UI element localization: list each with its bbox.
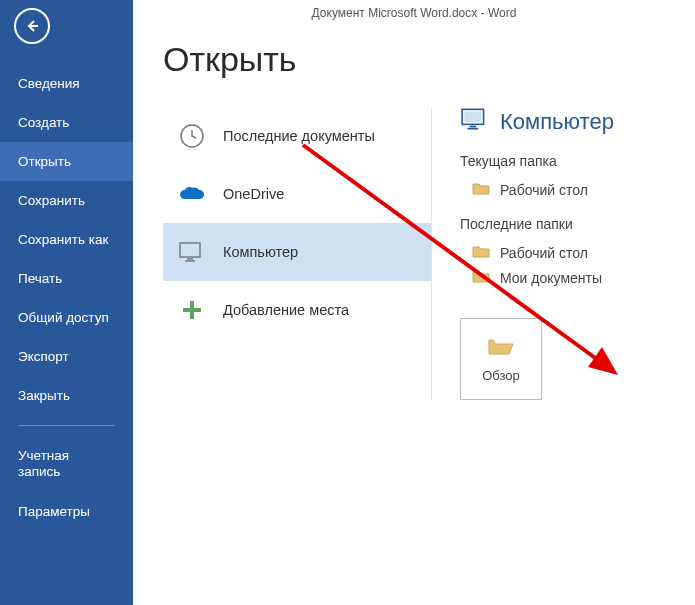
nav-info[interactable]: Сведения	[0, 64, 133, 103]
nav-save[interactable]: Сохранить	[0, 181, 133, 220]
nav-new[interactable]: Создать	[0, 103, 133, 142]
source-list: Последние документы OneDrive Компьютер Д…	[163, 107, 431, 400]
current-folder[interactable]: Рабочий стол	[460, 177, 665, 202]
location-pane: Компьютер Текущая папка Рабочий стол Пос…	[431, 107, 665, 400]
recent-folder-1-name: Мои документы	[500, 270, 602, 286]
svg-rect-6	[464, 112, 481, 123]
nav-open[interactable]: Открыть	[0, 142, 133, 181]
svg-rect-4	[183, 308, 201, 312]
folder-icon	[472, 269, 490, 286]
nav-export[interactable]: Экспорт	[0, 337, 133, 376]
browse-label: Обзор	[482, 368, 520, 383]
source-addplace[interactable]: Добавление места	[163, 281, 431, 339]
recent-folder-0-name: Рабочий стол	[500, 245, 588, 261]
arrow-left-icon	[24, 18, 40, 34]
backstage-sidebar: Сведения Создать Открыть Сохранить Сохра…	[0, 0, 133, 605]
folder-icon	[472, 244, 490, 261]
computer-icon	[460, 107, 490, 137]
folder-icon	[472, 181, 490, 198]
recent-folder-0[interactable]: Рабочий стол	[460, 240, 665, 265]
browse-button[interactable]: Обзор	[460, 318, 542, 400]
window-title: Документ Microsoft Word.docx - Word	[133, 0, 695, 26]
source-computer[interactable]: Компьютер	[163, 223, 431, 281]
current-folder-name: Рабочий стол	[500, 182, 588, 198]
source-recent[interactable]: Последние документы	[163, 107, 431, 165]
source-recent-label: Последние документы	[223, 128, 375, 144]
folder-open-icon	[487, 335, 515, 360]
back-button[interactable]	[14, 8, 50, 44]
current-folder-label: Текущая папка	[460, 153, 665, 169]
nav-saveas[interactable]: Сохранить как	[0, 220, 133, 259]
recent-folders-label: Последние папки	[460, 216, 665, 232]
nav-account[interactable]: Учетная запись	[0, 436, 133, 492]
nav-close[interactable]: Закрыть	[0, 376, 133, 415]
source-onedrive-label: OneDrive	[223, 186, 284, 202]
nav-options[interactable]: Параметры	[0, 492, 133, 531]
nav-print[interactable]: Печать	[0, 259, 133, 298]
main-area: Документ Microsoft Word.docx - Word Откр…	[133, 0, 695, 605]
computer-icon	[177, 239, 207, 265]
nav-share[interactable]: Общий доступ	[0, 298, 133, 337]
nav-separator	[18, 425, 115, 426]
onedrive-icon	[177, 181, 207, 207]
plus-icon	[177, 297, 207, 323]
source-onedrive[interactable]: OneDrive	[163, 165, 431, 223]
source-computer-label: Компьютер	[223, 244, 298, 260]
source-addplace-label: Добавление места	[223, 302, 349, 318]
clock-icon	[177, 123, 207, 149]
location-heading-text: Компьютер	[500, 109, 614, 135]
recent-folder-1[interactable]: Мои документы	[460, 265, 665, 290]
page-title: Открыть	[163, 40, 665, 79]
svg-rect-2	[182, 245, 198, 255]
location-heading: Компьютер	[460, 107, 665, 137]
